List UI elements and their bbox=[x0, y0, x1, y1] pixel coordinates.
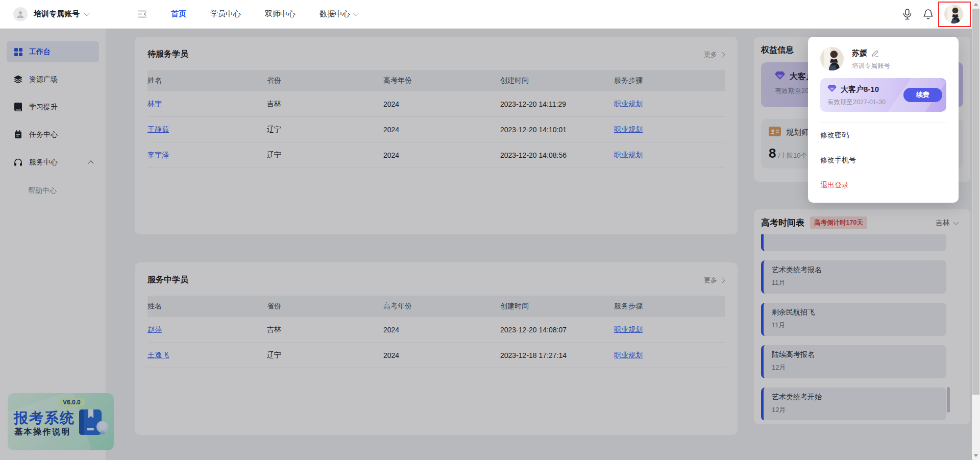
menu-item-change-password[interactable]: 修改密码 bbox=[820, 123, 946, 148]
profile-account-type: 培训专属账号 bbox=[852, 62, 890, 70]
gem-icon bbox=[827, 84, 837, 94]
vip-banner: 大客户8-10 有效期至2027-01-30 续费 bbox=[820, 78, 946, 112]
profile-popup: 苏媛 培训专属账号 大客户8-10 有效期至2027-01-30 续费 修改密码… bbox=[808, 37, 959, 203]
person-icon bbox=[16, 10, 25, 19]
menu-item-change-phone[interactable]: 修改手机号 bbox=[820, 148, 946, 173]
profile-name: 苏媛 bbox=[852, 49, 867, 58]
chevron-down-icon bbox=[84, 10, 89, 16]
scrollbar-thumb[interactable] bbox=[972, 9, 979, 395]
account-name: 培训专属账号 bbox=[34, 9, 80, 19]
nav-data-center-label: 数据中心 bbox=[320, 9, 350, 19]
bell-icon[interactable] bbox=[923, 9, 933, 20]
nav-dual-teacher-label: 双师中心 bbox=[265, 9, 296, 19]
nav-home[interactable]: 首页 bbox=[171, 9, 186, 19]
vertical-scrollbar[interactable] bbox=[972, 0, 980, 460]
nav-student-center-label: 学员中心 bbox=[210, 9, 241, 19]
menu-item-label: 退出登录 bbox=[820, 181, 849, 190]
menu-item-label: 修改密码 bbox=[820, 131, 849, 140]
nav-home-label: 首页 bbox=[171, 9, 186, 19]
nav-student-center[interactable]: 学员中心 bbox=[210, 9, 241, 19]
nav-dual-teacher-center[interactable]: 双师中心 bbox=[265, 9, 296, 19]
account-switcher[interactable]: 培训专属账号 bbox=[0, 7, 106, 21]
menu-item-logout[interactable]: 退出登录 bbox=[820, 173, 946, 198]
vip-name: 大客户8-10 bbox=[841, 85, 879, 94]
menu-item-label: 修改手机号 bbox=[820, 156, 856, 165]
profile-avatar bbox=[820, 47, 844, 70]
top-navigation: 首页 学员中心 双师中心 数据中心 bbox=[147, 9, 358, 19]
sidebar-collapse-button[interactable] bbox=[138, 10, 147, 18]
edit-pencil-icon[interactable] bbox=[871, 50, 878, 57]
scroll-down-arrow-icon[interactable] bbox=[974, 454, 978, 457]
scroll-up-arrow-icon[interactable] bbox=[974, 3, 978, 6]
app-header: 培训专属账号 首页 学员中心 双师中心 数据中心 bbox=[0, 0, 972, 29]
screenshot-annotation-box bbox=[938, 2, 971, 27]
account-placeholder-avatar bbox=[13, 7, 28, 21]
nav-data-center[interactable]: 数据中心 bbox=[320, 9, 358, 19]
collapse-icon bbox=[138, 10, 147, 18]
renew-button[interactable]: 续费 bbox=[903, 88, 942, 102]
chevron-down-icon bbox=[353, 10, 358, 16]
microphone-icon[interactable] bbox=[902, 9, 912, 20]
